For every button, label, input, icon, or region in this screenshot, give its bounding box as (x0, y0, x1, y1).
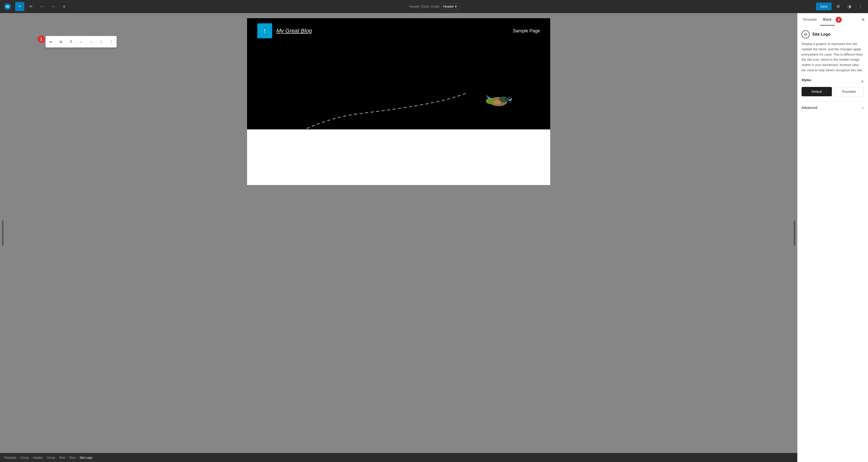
svg-point-2 (490, 97, 507, 106)
appearance-button[interactable]: ◑ (845, 2, 854, 11)
breadcrumb-bar: Template › Group › Header › Group › Row … (0, 453, 797, 462)
styles-options: Default Rounded (802, 87, 864, 96)
undo-button[interactable]: ↩ (37, 2, 46, 11)
breadcrumb-row2[interactable]: Row (69, 456, 75, 460)
upload-icon: ↑ (263, 27, 267, 35)
block-type-icon: ⊖ (802, 30, 810, 38)
site-logo-block[interactable]: ↑ (257, 23, 272, 38)
circle-icon: ◌ (100, 40, 103, 44)
block-more-options[interactable]: ⋮ (106, 36, 117, 47)
right-scrollbar (794, 221, 795, 246)
svg-point-8 (505, 98, 508, 100)
block-badge: 2 (836, 17, 842, 23)
svg-marker-5 (485, 94, 491, 98)
block-toolbar: ⇔ ⊖ ⠿ ‹ › ◌ ⋮ (45, 36, 117, 48)
editor-canvas: ↑ My Great Blog Sample Page (247, 18, 550, 185)
styles-section-header: Styles ∧ (802, 78, 864, 84)
more-icon: ⋮ (859, 4, 863, 9)
close-icon: ✕ (861, 17, 865, 22)
style-rounded-button[interactable]: Rounded (834, 87, 864, 96)
svg-point-7 (499, 96, 508, 103)
move-previous-button[interactable]: ‹ (76, 36, 86, 47)
breadcrumb-group2[interactable]: Group (47, 456, 55, 460)
site-name[interactable]: My Great Blog (276, 23, 312, 38)
svg-marker-6 (486, 96, 491, 99)
save-button[interactable]: Save (816, 2, 832, 10)
drag-handle[interactable]: ⠿ (66, 36, 76, 47)
canvas-area: 1 ⇔ ⊖ ⠿ ‹ › ◌ (0, 13, 797, 462)
chevron-left-icon: ‹ (80, 40, 82, 44)
site-logo-type-icon: ⊖ (804, 32, 807, 36)
block-section-header: ⊖ Site Logo (802, 30, 864, 38)
appearance-icon: ◑ (847, 4, 851, 9)
header-dropdown-button[interactable]: Header ▾ (441, 3, 459, 9)
edit-button[interactable]: ✏ (26, 2, 35, 11)
redo-icon: ↪ (52, 4, 55, 9)
more-vertical-icon: ⋮ (110, 40, 113, 44)
bird-animation-area (247, 38, 550, 129)
drag-icon: ⠿ (70, 40, 72, 44)
redo-button[interactable]: ↪ (49, 2, 58, 11)
breadcrumb-row1[interactable]: Row (59, 456, 65, 460)
dropdown-arrow-icon: ▾ (455, 4, 457, 8)
panel-header: Template Block 2 ✕ (798, 13, 868, 26)
align-button[interactable]: ⇔ (46, 36, 56, 47)
chevron-down-icon: ∨ (862, 106, 864, 110)
canvas-scroll[interactable]: 1 ⇔ ⊖ ⠿ ‹ › ◌ (0, 13, 797, 453)
panel-body: ⊖ Site Logo Display a graphic to represe… (798, 26, 868, 462)
nav-menu-item: Sample Page (513, 23, 540, 38)
move-next-button[interactable]: › (86, 36, 96, 47)
document-title: Header (Dark, small) Header ▾ (409, 3, 459, 9)
svg-point-11 (493, 100, 501, 104)
list-view-button[interactable]: ≡ (60, 2, 69, 11)
styles-section: Styles ∧ Default Rounded (802, 78, 864, 96)
align-icon: ⇔ (49, 40, 52, 44)
wordpress-logo: W (3, 2, 12, 11)
header-block[interactable]: ↑ My Great Blog Sample Page (247, 18, 550, 129)
tab-block[interactable]: Block (820, 14, 835, 26)
breadcrumb-template[interactable]: Template (4, 456, 17, 460)
settings-button[interactable]: ⚙ (834, 2, 843, 11)
site-logo-icon: ⊖ (59, 40, 62, 44)
advanced-section-header[interactable]: Advanced ∨ (802, 105, 864, 111)
styles-label: Styles (802, 78, 811, 82)
add-block-button[interactable]: + (15, 2, 24, 11)
advanced-section: Advanced ∨ (802, 102, 864, 111)
advanced-label: Advanced (802, 106, 817, 110)
tab-template[interactable]: Template (800, 14, 820, 26)
step-badge: 1 (37, 35, 45, 43)
svg-marker-4 (507, 98, 512, 102)
block-description: Display a graphic to represent this site… (802, 41, 864, 73)
breadcrumb-site-logo[interactable]: Site Logo (80, 456, 92, 460)
breadcrumb-group1[interactable]: Group (21, 456, 29, 460)
svg-text:W: W (6, 4, 9, 8)
sidebar-panel: Template Block 2 ✕ ⊖ Site Logo Display a… (797, 13, 868, 462)
title-prefix: Header (Dark, small) (409, 4, 439, 8)
more-options-button[interactable]: ⋮ (856, 2, 865, 11)
chevron-right-icon: › (90, 40, 92, 44)
select-parent-button[interactable]: ◌ (96, 36, 106, 47)
close-panel-button[interactable]: ✕ (860, 16, 866, 24)
header-label: Header (443, 4, 454, 8)
svg-point-3 (486, 98, 496, 104)
dashed-path-svg (247, 38, 550, 129)
style-default-button[interactable]: Default (802, 87, 832, 96)
bird-image (482, 89, 512, 112)
undo-icon: ↩ (40, 4, 44, 9)
pencil-icon: ✏ (29, 4, 33, 9)
block-title: Site Logo (812, 32, 831, 37)
breadcrumb-header[interactable]: Header (33, 456, 43, 460)
svg-marker-10 (509, 99, 512, 100)
left-scrollbar (2, 221, 3, 246)
top-bar: W + ✏ ↩ ↪ ≡ Header (Dark, small) Header … (0, 0, 868, 13)
styles-collapse-icon[interactable]: ∧ (861, 79, 864, 84)
main-layout: 1 ⇔ ⊖ ⠿ ‹ › ◌ (0, 13, 868, 462)
gear-icon: ⚙ (836, 4, 840, 9)
site-logo-block-button[interactable]: ⊖ (56, 36, 66, 47)
svg-point-9 (507, 98, 508, 99)
bird-svg (482, 89, 512, 112)
toolbar-right: Save ⚙ ◑ ⋮ (816, 2, 865, 11)
content-block (247, 129, 550, 185)
list-view-icon: ≡ (63, 4, 65, 9)
